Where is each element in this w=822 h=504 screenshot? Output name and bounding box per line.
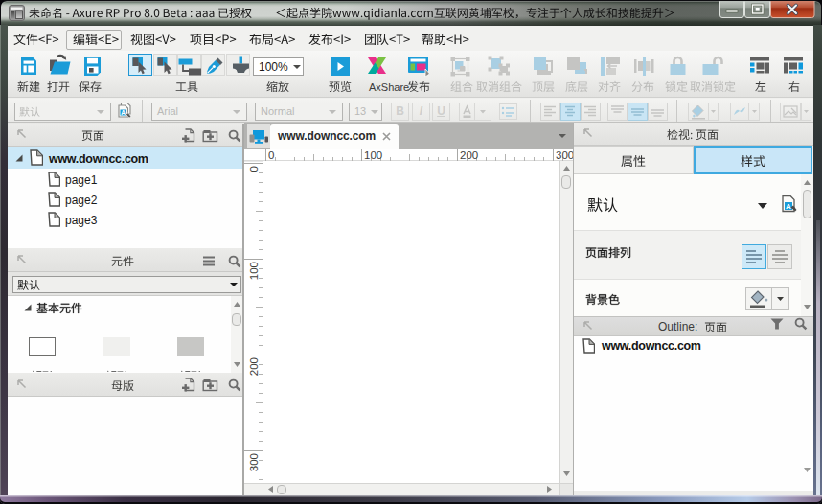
svg-text:A: A [121, 109, 126, 116]
svg-text:300: 300 [556, 149, 573, 161]
svg-text:200: 200 [460, 149, 478, 161]
svg-text:100: 100 [248, 262, 260, 280]
svg-text:0: 0 [248, 166, 260, 172]
svg-text:0: 0 [268, 149, 274, 161]
svg-text:100: 100 [364, 149, 382, 161]
svg-text:A: A [786, 202, 791, 211]
svg-text:200: 200 [248, 357, 260, 376]
svg-text:300: 300 [248, 453, 260, 471]
